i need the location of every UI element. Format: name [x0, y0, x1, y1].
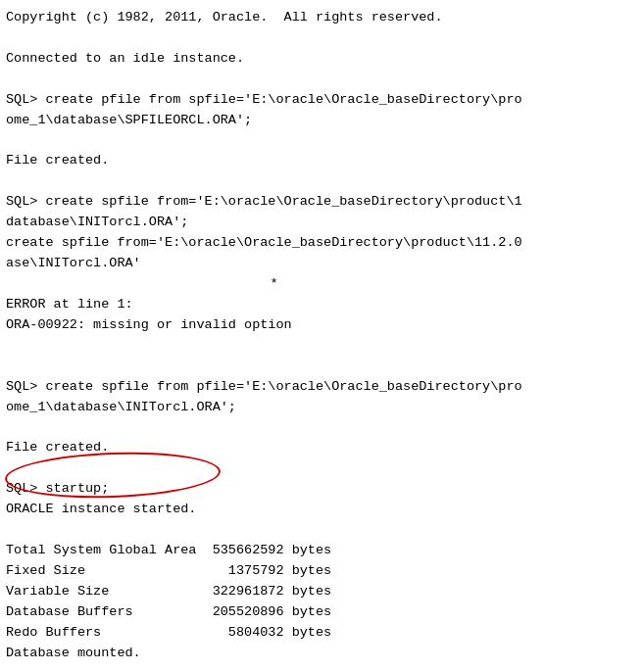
redo-buffers: Redo Buffers 5804032 bytes: [6, 623, 638, 644]
blank-6: [6, 357, 638, 377]
sql-startup: SQL> startup;: [6, 479, 638, 500]
sql-create-spfile-3: create spfile from='E:\oracle\Oracle_bas…: [6, 233, 638, 254]
copyright-line: Copyright (c) 1982, 2011, Oracle. All ri…: [6, 8, 638, 28]
blank-2: [6, 70, 638, 90]
total-sga: Total System Global Area 535662592 bytes: [6, 541, 638, 561]
error-at-line: ERROR at line 1:: [6, 295, 638, 315]
file-created-2: File created.: [6, 438, 638, 458]
sql-create-spfile-pfile-1: SQL> create spfile from pfile='E:\oracle…: [6, 377, 638, 398]
file-created-1: File created.: [6, 151, 638, 171]
db-mounted: Database mounted.: [6, 644, 638, 664]
oracle-started: ORACLE instance started.: [6, 500, 638, 520]
sql-create-pfile-1: SQL> create pfile from spfile='E:\oracle…: [6, 90, 638, 111]
sql-create-pfile-2: ome_1\database\SPFILEORCL.ORA';: [6, 111, 638, 131]
blank-4: [6, 171, 638, 192]
blank-8: [6, 458, 638, 479]
blank-9: [6, 520, 638, 541]
ora-error: ORA-00922: missing or invalid option: [6, 315, 638, 336]
sql-create-spfile-2: database\INITorcl.ORA';: [6, 213, 638, 233]
blank-7: [6, 417, 638, 438]
sql-create-spfile-4: ase\INITorcl.ORA': [6, 254, 638, 274]
db-buffers: Database Buffers 205520896 bytes: [6, 602, 638, 623]
variable-size: Variable Size 322961872 bytes: [6, 582, 638, 602]
blank-5: [6, 336, 638, 357]
blank-1: [6, 28, 638, 49]
sql-create-spfile-1: SQL> create spfile from='E:\oracle\Oracl…: [6, 192, 638, 213]
terminal-window: Copyright (c) 1982, 2011, Oracle. All ri…: [0, 0, 644, 672]
fixed-size: Fixed Size 1375792 bytes: [6, 561, 638, 582]
error-asterisk: *: [6, 274, 638, 295]
blank-3: [6, 131, 638, 152]
connected-line: Connected to an idle instance.: [6, 49, 638, 70]
sql-create-spfile-pfile-2: ome_1\database\INITorcl.ORA';: [6, 398, 638, 418]
